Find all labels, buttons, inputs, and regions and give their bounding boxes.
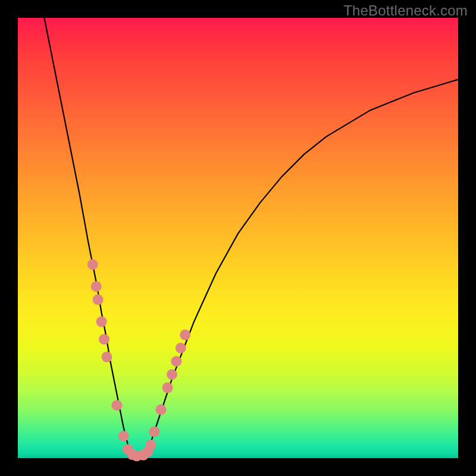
- data-marker: [93, 295, 104, 305]
- data-marker: [99, 334, 109, 345]
- plot-area: [18, 18, 458, 458]
- chart-frame: TheBottleneck.com: [0, 0, 476, 476]
- data-marker: [112, 400, 123, 411]
- attribution-text: TheBottleneck.com: [343, 2, 468, 19]
- data-marker: [176, 343, 186, 353]
- data-marker: [149, 427, 159, 437]
- data-marker: [156, 405, 167, 415]
- data-marker: [91, 281, 102, 292]
- data-marker: [180, 330, 190, 340]
- data-marker: [171, 356, 181, 367]
- data-marker: [118, 431, 129, 441]
- markers-group: [87, 259, 190, 461]
- data-marker: [145, 440, 156, 450]
- data-marker: [101, 352, 112, 362]
- bottleneck-curve: [44, 18, 458, 456]
- data-marker: [87, 259, 98, 270]
- data-marker: [96, 317, 107, 327]
- data-marker: [162, 383, 173, 393]
- curve-svg: [18, 18, 458, 458]
- data-marker: [167, 369, 177, 380]
